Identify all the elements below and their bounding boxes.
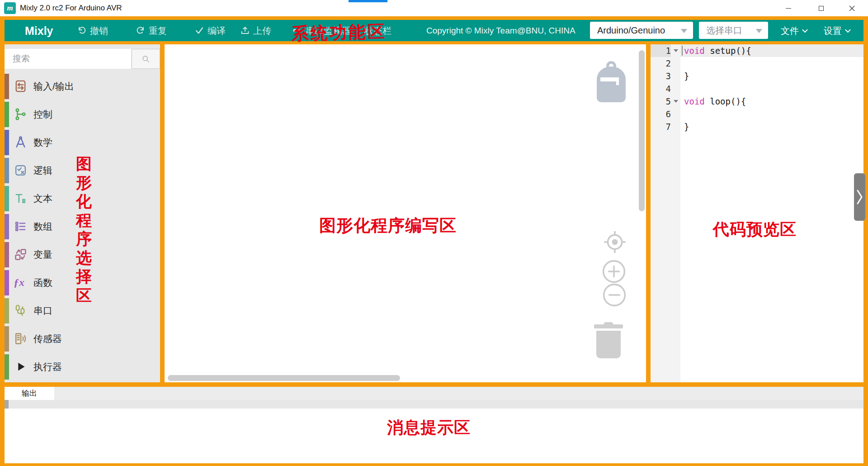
- redo-button[interactable]: 重复: [136, 24, 167, 37]
- window-title: Mixly 2.0 rc2 For Arduino AVR: [20, 0, 122, 16]
- annotation-selector-area: 图形化程序选择区: [76, 155, 92, 305]
- variable-icon: [14, 247, 28, 262]
- fold-caret-icon[interactable]: [671, 95, 680, 108]
- code-plain: }: [684, 122, 689, 132]
- category-label: 串口: [33, 297, 52, 325]
- category-color-strip: [5, 326, 9, 352]
- zoom-in-icon[interactable]: [602, 259, 626, 284]
- output-scroll-strip[interactable]: [5, 400, 863, 409]
- search-button[interactable]: [132, 49, 160, 69]
- upload-button[interactable]: 上传: [240, 24, 271, 37]
- code-text: [680, 108, 863, 120]
- category-label: 控制: [33, 100, 52, 128]
- category-label: 数学: [33, 128, 52, 157]
- code-text: void loop(){: [680, 95, 863, 108]
- annotation-system-area: 系统功能区: [291, 20, 387, 45]
- line-number: 4: [651, 82, 671, 95]
- collapse-code-panel-button[interactable]: [854, 173, 865, 221]
- settings-menu-label: 设置: [824, 24, 842, 37]
- backpack-icon[interactable]: [597, 61, 626, 103]
- undo-button[interactable]: 撤销: [77, 24, 108, 37]
- annotation-char: 形: [76, 174, 92, 193]
- chevron-down-icon: [802, 27, 808, 33]
- vertical-scrollbar[interactable]: [639, 50, 645, 211]
- toolbar-item-label: 撤销: [90, 24, 108, 37]
- code-plain: loop(){: [705, 96, 746, 106]
- category-color-strip: [5, 74, 9, 99]
- close-button[interactable]: [839, 0, 864, 16]
- fold-caret-empty: [671, 108, 680, 120]
- code-keyword: void: [684, 96, 705, 106]
- zoom-out-icon[interactable]: [602, 283, 627, 307]
- minimize-button[interactable]: [776, 0, 801, 16]
- category-color-strip: [5, 102, 9, 127]
- undo-icon: [77, 26, 87, 36]
- settings-menu[interactable]: 设置: [824, 24, 850, 37]
- toolbar: Mixly Copyright © Mixly Team@BNU, CHINA …: [5, 20, 863, 41]
- annotation-char: 化: [76, 192, 92, 211]
- mixly-logo-icon: m: [4, 2, 16, 14]
- sidebar-category-control[interactable]: 控制: [5, 100, 160, 128]
- annotation-editor-area: 图形化程序编写区: [319, 214, 457, 237]
- caret-down-icon: [681, 29, 687, 33]
- annotation-code-area: 代码预览区: [713, 219, 797, 241]
- code-line: 7}: [651, 120, 863, 133]
- mixly-brand-button[interactable]: Mixly: [25, 24, 53, 37]
- sidebar-category-actuator[interactable]: 执行器: [5, 353, 160, 381]
- annotation-message-area: 消息提示区: [387, 417, 471, 439]
- line-number: 2: [651, 57, 671, 70]
- file-menu[interactable]: 文件: [781, 24, 807, 37]
- logic-icon: [14, 163, 28, 177]
- fold-caret-empty: [671, 57, 680, 70]
- copyright-text: Copyright © Mixly Team@BNU, CHINA: [426, 26, 576, 36]
- fold-caret-icon[interactable]: [671, 44, 680, 57]
- code-text: [680, 82, 863, 95]
- toolbar-item-label: 编译: [208, 24, 226, 37]
- line-number: 6: [651, 108, 671, 120]
- annotation-char: 图: [76, 155, 92, 174]
- code-line: 4: [651, 82, 863, 95]
- tab-output[interactable]: 输出: [5, 387, 54, 400]
- maximize-button[interactable]: [808, 0, 834, 16]
- array-icon: [14, 219, 28, 233]
- sidebar-category-math[interactable]: 数学: [5, 128, 160, 157]
- annotation-frame: Mixly Copyright © Mixly Team@BNU, CHINA …: [0, 16, 868, 466]
- titlebar: m Mixly 2.0 rc2 For Arduino AVR: [0, 0, 868, 16]
- code-preview-panel: 1void setup(){23}45void loop(){67}: [651, 44, 863, 382]
- category-label: 函数: [33, 269, 52, 297]
- sidebar-category-io[interactable]: 输入/输出: [5, 72, 160, 100]
- line-number: 5: [651, 95, 671, 108]
- maximize-icon: [819, 6, 824, 11]
- category-color-strip: [5, 214, 9, 239]
- output-scroll-thumb[interactable]: [5, 400, 9, 409]
- search-input[interactable]: [5, 49, 131, 69]
- category-color-strip: [5, 270, 9, 295]
- port-dropdown[interactable]: 选择串口: [699, 22, 768, 39]
- category-label: 传感器: [33, 325, 62, 353]
- upload-icon: [240, 26, 250, 36]
- chevron-right-icon: [854, 173, 865, 221]
- caret-down-icon: [756, 29, 762, 33]
- sidebar-category-sensor[interactable]: 传感器: [5, 325, 160, 353]
- horizontal-scrollbar[interactable]: [168, 375, 400, 381]
- compile-button[interactable]: 编译: [194, 24, 226, 37]
- compile-icon: [194, 26, 204, 36]
- code-line: 2: [651, 57, 863, 70]
- sensor-icon: [14, 332, 28, 346]
- category-color-strip: [5, 354, 9, 380]
- code-plain: }: [684, 71, 689, 81]
- fold-caret-empty: [671, 82, 680, 95]
- annotation-char: 程: [76, 211, 92, 230]
- board-dropdown[interactable]: Arduino/Genuino: [590, 22, 693, 39]
- file-menu-label: 文件: [781, 24, 799, 37]
- board-dropdown-value: Arduino/Genuino: [590, 25, 665, 36]
- search-icon: [141, 54, 151, 64]
- blockly-workspace[interactable]: [165, 44, 646, 382]
- trash-icon[interactable]: [594, 321, 623, 359]
- mixly-app-window: m Mixly 2.0 rc2 For Arduino AVR Mixly Co…: [0, 0, 868, 466]
- annotation-char: 区: [76, 286, 92, 305]
- center-blocks-icon[interactable]: [603, 230, 627, 254]
- code-line: 3}: [651, 70, 863, 82]
- code-lines: 1void setup(){23}45void loop(){67}: [651, 44, 863, 133]
- annotation-char: 序: [76, 230, 92, 249]
